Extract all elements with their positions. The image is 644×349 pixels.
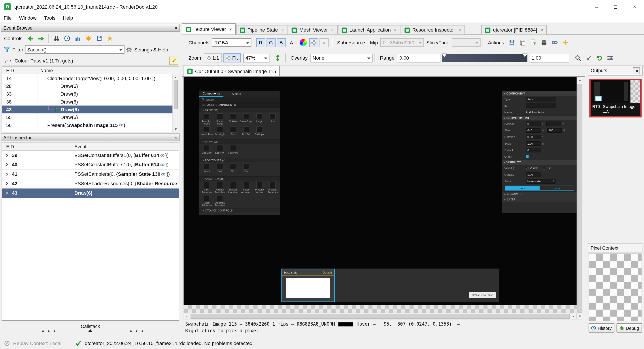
scroll-down-icon[interactable]: ▼ xyxy=(173,126,178,132)
breadcrumb[interactable]: Colour Pass #1 (1 Targets) xyxy=(14,58,73,63)
channel-a-button[interactable]: A xyxy=(287,38,296,47)
api-inspector-header[interactable]: API Inspector × xyxy=(1,134,180,141)
save-texture-button[interactable] xyxy=(507,38,517,47)
event-row-selected[interactable]: 43 Draw(6) xyxy=(2,106,178,113)
scrollbar-thumb[interactable] xyxy=(174,80,178,109)
close-button[interactable]: × xyxy=(625,0,644,14)
tab-close-icon[interactable]: × xyxy=(540,28,543,32)
range-options-button[interactable] xyxy=(605,54,615,62)
minimize-button[interactable]: – xyxy=(587,0,606,14)
tab-texture-viewer[interactable]: Texture Viewer× xyxy=(182,24,236,34)
column-header-event[interactable]: Event xyxy=(71,142,178,150)
filter-combobox[interactable]: $action() xyxy=(25,45,124,54)
save-events-button[interactable] xyxy=(94,34,104,43)
debug-button[interactable]: Debug xyxy=(616,323,642,333)
edit-pencil-button[interactable] xyxy=(169,56,178,65)
api-row-selected[interactable]: 43 Draw(6) xyxy=(2,188,178,198)
colorwheel-icon[interactable] xyxy=(300,39,307,46)
horizontal-scrollbar[interactable]: ‹ › xyxy=(184,313,577,320)
expand-up-icon[interactable] xyxy=(88,329,93,332)
reset-range-button[interactable] xyxy=(594,54,605,62)
breadcrumb-caret-icon[interactable]: ▾ xyxy=(10,59,11,62)
event-list-scrollbar[interactable]: ▲ ▼ xyxy=(172,74,178,132)
fit-button[interactable]: Fit xyxy=(224,54,241,62)
api-row[interactable]: 40 PSSetConstantBuffers1(0, { Buffer 614… xyxy=(2,160,178,170)
event-row[interactable]: 33 Draw(6) xyxy=(2,90,178,98)
gamma-button[interactable]: γ xyxy=(320,38,328,47)
flip-y-button[interactable] xyxy=(273,54,283,62)
expand-chevron-icon[interactable] xyxy=(4,182,8,186)
goto-resource-button[interactable] xyxy=(539,38,549,47)
api-row[interactable]: 39 VSSetConstantBuffers1(0, { Buffer 614… xyxy=(2,151,178,160)
vertical-scrollbar[interactable]: ▲ ▼ xyxy=(577,77,583,320)
settings-help-link[interactable]: Settings & Help xyxy=(134,46,168,52)
tab-close-icon[interactable]: × xyxy=(394,28,397,32)
close-panel-icon[interactable]: × xyxy=(175,25,178,30)
expand-chevron-icon[interactable] xyxy=(4,172,8,176)
range-min-input[interactable]: 0.00 xyxy=(397,54,440,62)
tab-launch-application[interactable]: Launch Application× xyxy=(338,25,400,34)
api-row[interactable]: 41 PSSetSamplers(0, { Sampler State 130 … xyxy=(2,170,178,179)
history-button[interactable]: History xyxy=(588,323,614,333)
settings-gear-icon[interactable] xyxy=(124,45,133,54)
find-event-button[interactable] xyxy=(51,34,62,43)
export-texture-button[interactable] xyxy=(528,38,538,47)
event-row[interactable]: 56 Present( Swapchain Image 115 ) xyxy=(2,121,178,129)
menu-item[interactable]: File xyxy=(0,14,15,22)
open-resource-link-button[interactable] xyxy=(549,38,560,47)
scroll-left-icon[interactable]: ‹ xyxy=(184,313,190,319)
tab-close-icon[interactable]: × xyxy=(331,28,334,32)
channel-g-button[interactable]: G xyxy=(266,38,276,47)
channels-combobox[interactable]: RGBA xyxy=(212,38,251,47)
range-max-marker[interactable] xyxy=(522,54,528,57)
collapse-outputs-button[interactable]: ◀ xyxy=(633,67,640,74)
scrollbar-thumb[interactable] xyxy=(578,84,582,312)
menu-item[interactable]: Help xyxy=(59,14,76,22)
timeline-button[interactable] xyxy=(62,34,72,43)
event-row[interactable]: 55 Draw(6) xyxy=(2,113,178,121)
column-header-eid[interactable]: EID xyxy=(2,67,37,74)
event-row[interactable]: 28 Draw(6) xyxy=(2,82,178,90)
scroll-up-icon[interactable]: ▲ xyxy=(578,77,582,83)
tab-mesh-viewer[interactable]: Mesh Viewer× xyxy=(288,25,337,34)
replay-context-status[interactable]: Replay Context: Local xyxy=(13,340,62,346)
tab-close-icon[interactable]: × xyxy=(458,28,461,32)
tab-qtcreator-capture[interactable]: qtcreator [PID 8884]× xyxy=(482,25,547,34)
tab-pipeline-state[interactable]: Pipeline State× xyxy=(236,25,288,34)
menu-item[interactable]: Tools xyxy=(40,14,59,22)
api-row[interactable]: 42 PSSetShaderResources(0, { Shader Reso… xyxy=(2,179,178,188)
scrollbar-thumb[interactable] xyxy=(190,314,570,318)
channel-b-button[interactable]: B xyxy=(277,38,286,47)
column-header-eid[interactable]: EID xyxy=(2,142,71,150)
overlay-combobox[interactable]: None xyxy=(310,54,373,62)
event-browser-header[interactable]: Event Browser × xyxy=(1,24,180,32)
tab-close-icon[interactable]: × xyxy=(281,28,284,32)
autofit-range-button[interactable] xyxy=(583,54,594,62)
expand-chevron-icon[interactable] xyxy=(4,153,8,158)
range-min-marker[interactable] xyxy=(442,54,447,57)
maximize-button[interactable]: □ xyxy=(606,0,625,14)
expand-chevron-icon[interactable] xyxy=(4,163,8,167)
bookmark-button[interactable] xyxy=(83,34,94,43)
expand-chevron-icon[interactable] xyxy=(4,191,8,195)
scroll-right-icon[interactable]: › xyxy=(570,313,576,319)
alpha-background-button[interactable] xyxy=(309,38,318,47)
home-icon[interactable]: ⌂ xyxy=(5,58,8,64)
step-back-button[interactable] xyxy=(25,34,36,43)
tab-resource-inspector[interactable]: Resource Inspector× xyxy=(401,25,464,34)
event-row[interactable]: 14 ClearRenderTargetView({ 0.00, 0.00, 0… xyxy=(2,74,178,82)
rt0-thumbnail[interactable]: RT0 Swapchain Image 115 xyxy=(590,79,642,118)
zoom-combobox[interactable]: 47% xyxy=(243,54,269,62)
step-forward-button[interactable] xyxy=(36,34,46,43)
star-button[interactable] xyxy=(105,34,115,43)
tab-close-icon[interactable]: × xyxy=(229,27,232,32)
zoom-1to1-button[interactable]: 1:1 xyxy=(204,54,222,62)
close-panel-icon[interactable]: × xyxy=(175,135,178,140)
range-max-input[interactable]: 1.00 xyxy=(529,54,570,62)
current-texture-tab[interactable]: Cur Output 0 - Swapchain Image 115 xyxy=(184,66,280,76)
pixel-context-view[interactable] xyxy=(588,254,642,321)
menu-item[interactable]: Window xyxy=(15,14,40,22)
range-histogram[interactable] xyxy=(442,54,528,62)
zoom-range-button[interactable] xyxy=(573,54,583,62)
custom-shader-button[interactable] xyxy=(560,38,571,47)
